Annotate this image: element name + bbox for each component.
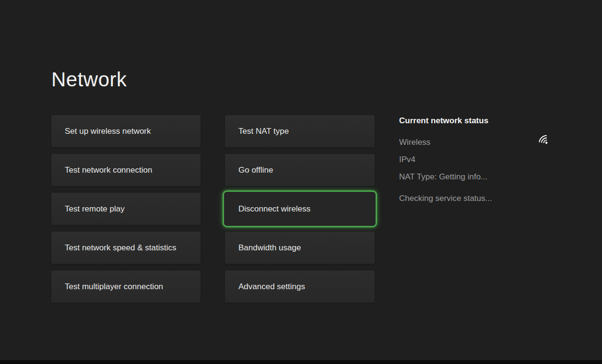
page-title: Network <box>51 68 127 91</box>
status-nat-type: NAT Type: Getting info... <box>399 172 549 182</box>
menu-item-test-multiplayer-connection[interactable]: Test multiplayer connection <box>51 270 201 303</box>
menu-item-bandwidth-usage[interactable]: Bandwidth usage <box>225 232 375 264</box>
menu-item-test-nat-type[interactable]: Test NAT type <box>225 115 375 147</box>
current-network-status-panel: Current network status Wireless IPv4 NAT… <box>399 116 549 203</box>
menu-item-advanced-settings[interactable]: Advanced settings <box>225 270 375 303</box>
menu-item-test-remote-play[interactable]: Test remote play <box>51 193 201 225</box>
status-connection-type: Wireless <box>399 138 430 147</box>
menu-item-test-network-speed-statistics[interactable]: Test network speed & statistics <box>51 232 201 264</box>
menu-item-go-offline[interactable]: Go offline <box>225 154 375 186</box>
wifi-icon <box>537 133 551 147</box>
menu-item-disconnect-wireless[interactable]: Disconnect wireless <box>223 190 377 227</box>
menu-column-left: Set up wireless network Test network con… <box>51 115 201 303</box>
status-service-check: Checking service status... <box>399 194 549 203</box>
network-settings-screen: Network Set up wireless network Test net… <box>0 0 602 364</box>
menu-item-test-network-connection[interactable]: Test network connection <box>51 154 201 186</box>
bottom-edge-bar <box>0 360 602 364</box>
menu-item-setup-wireless-network[interactable]: Set up wireless network <box>51 115 201 147</box>
status-panel-title: Current network status <box>399 116 549 126</box>
menu-column-middle: Test NAT type Go offline Disconnect wire… <box>225 115 375 303</box>
status-connection-type-row: Wireless <box>399 137 549 147</box>
status-ip-protocol: IPv4 <box>399 154 549 164</box>
